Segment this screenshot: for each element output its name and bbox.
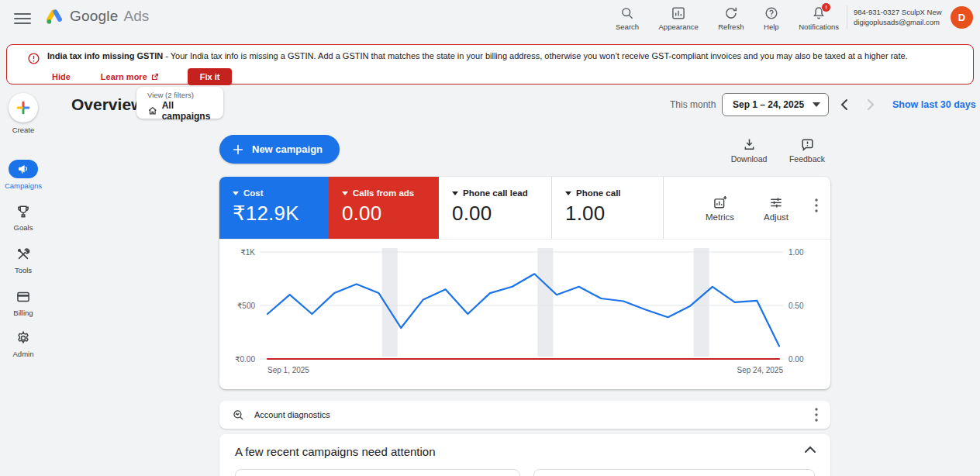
- scorecard-value: 0.00: [342, 202, 439, 226]
- top-bar: Google Ads Search Appearance Refresh H: [0, 0, 980, 36]
- menu-icon[interactable]: [14, 10, 31, 24]
- page-title: Overview: [71, 95, 143, 114]
- scorecard-value: 0.00: [452, 202, 551, 226]
- alert-icon: [27, 52, 40, 65]
- scorecard-phone-call-lead[interactable]: Phone call lead 0.00: [439, 177, 552, 239]
- show-last-30-days-link[interactable]: Show last 30 days: [892, 99, 976, 110]
- chart-toolbar: Metrics Adjust: [664, 177, 830, 239]
- banner-actions: Hide Learn more Fix it: [46, 67, 232, 85]
- metrics-icon: [713, 195, 728, 210]
- plus-icon: [232, 143, 244, 156]
- attention-title: A few recent campaigns need attention: [235, 445, 436, 458]
- filter-scope: All campaigns: [162, 100, 223, 122]
- feedback-button[interactable]: Feedback: [784, 137, 830, 164]
- account-id: 984-931-0327 SculpX New: [854, 7, 948, 17]
- performance-line-chart[interactable]: ₹1K₹500₹0.001.000.500.00Sep 1, 2025Sep 2…: [219, 240, 830, 389]
- google-ads-logo: Google Ads: [44, 6, 149, 26]
- feedback-icon: [800, 137, 815, 152]
- next-period-button[interactable]: [862, 96, 879, 113]
- sidebar-item-tools[interactable]: Tools: [0, 246, 47, 274]
- refresh-button[interactable]: Refresh: [716, 4, 745, 33]
- campaigns-megaphone-icon: [9, 160, 38, 178]
- date-scope-label: This month: [670, 99, 716, 110]
- notifications-bell-icon: !: [811, 5, 826, 21]
- scorecard-calls-from-ads[interactable]: Calls from ads 0.00: [329, 177, 439, 239]
- hide-button[interactable]: Hide: [52, 72, 71, 81]
- notifications-badge: !: [821, 2, 831, 12]
- sidebar-item-campaigns[interactable]: Campaigns: [0, 160, 47, 190]
- logo-text-google: Google: [70, 8, 118, 25]
- topbar-toolbar: Search Appearance Refresh Help ! Not: [614, 4, 840, 33]
- diagnostics-title: Account diagnostics: [254, 410, 330, 419]
- trophy-icon: [16, 203, 31, 220]
- caret-down-icon: [565, 191, 571, 195]
- svg-text:Sep 1, 2025: Sep 1, 2025: [267, 366, 309, 374]
- sidebar-item-admin[interactable]: Admin: [0, 329, 47, 358]
- metrics-button[interactable]: Metrics: [706, 195, 734, 222]
- kebab-menu-icon[interactable]: [815, 198, 818, 212]
- svg-text:Sep 24, 2025: Sep 24, 2025: [737, 366, 784, 374]
- adjust-sliders-icon: [768, 195, 784, 210]
- sidebar-item-billing[interactable]: Billing: [0, 288, 47, 317]
- svg-text:0.50: 0.50: [788, 302, 804, 310]
- avatar[interactable]: D: [951, 6, 973, 29]
- search-icon: [619, 5, 635, 21]
- download-icon: [742, 137, 757, 152]
- scorecard-value: ₹12.9K: [233, 202, 329, 226]
- filter-count: View (2 filters): [147, 91, 223, 99]
- svg-text:0.00: 0.00: [788, 355, 804, 364]
- chevron-up-icon[interactable]: [804, 445, 816, 454]
- sidebar-item-goals[interactable]: Goals: [0, 203, 47, 232]
- attention-item-card[interactable]: [533, 469, 815, 476]
- topbar-divider: [847, 5, 847, 29]
- account-email: digigoplusads@gmail.com: [854, 17, 948, 27]
- billing-card-icon: [16, 288, 31, 305]
- scorecard-value: 1.00: [565, 202, 663, 226]
- search-button[interactable]: Search: [614, 4, 640, 33]
- scorecard-row: Cost ₹12.9K Calls from ads 0.00 Phone ca…: [219, 177, 830, 240]
- svg-text:₹1K: ₹1K: [240, 248, 255, 257]
- ads-logo-icon: [44, 6, 64, 26]
- refresh-icon: [723, 5, 739, 21]
- scorecard-cost[interactable]: Cost ₹12.9K: [219, 177, 329, 239]
- adjust-button[interactable]: Adjust: [764, 195, 788, 222]
- svg-text:₹0.00: ₹0.00: [235, 355, 255, 364]
- new-campaign-button[interactable]: New campaign: [219, 135, 340, 164]
- appearance-icon: [671, 5, 686, 21]
- tools-icon: [16, 246, 31, 263]
- notifications-button[interactable]: ! Notifications: [797, 4, 840, 33]
- caret-down-icon: [452, 191, 458, 195]
- banner-title: India tax info missing GSTIN: [47, 51, 163, 60]
- banner-message: India tax info missing GSTIN - Your Indi…: [47, 51, 962, 60]
- help-button[interactable]: Help: [762, 4, 781, 33]
- create-plus-icon: [9, 93, 38, 122]
- previous-period-button[interactable]: [836, 96, 853, 113]
- gstin-warning-banner: India tax info missing GSTIN - Your Indi…: [6, 44, 974, 85]
- learn-more-link[interactable]: Learn more: [101, 72, 160, 81]
- campaigns-attention-card: A few recent campaigns need attention: [219, 434, 830, 476]
- chevron-down-icon: [813, 102, 820, 107]
- svg-text:1.00: 1.00: [788, 248, 804, 257]
- caret-down-icon: [233, 191, 239, 195]
- scorecard-phone-call[interactable]: Phone call 1.00: [552, 177, 664, 239]
- fix-it-button[interactable]: Fix it: [188, 68, 233, 85]
- campaign-filter-chip[interactable]: View (2 filters) All campaigns: [136, 87, 223, 119]
- logo-text-ads: Ads: [123, 8, 149, 25]
- overview-chart-card: Cost ₹12.9K Calls from ads 0.00 Phone ca…: [219, 177, 830, 389]
- caret-down-icon: [342, 191, 348, 195]
- kebab-menu-icon[interactable]: [815, 408, 818, 422]
- sidebar-item-create[interactable]: Create: [0, 93, 47, 134]
- download-button[interactable]: Download: [726, 137, 772, 164]
- account-info[interactable]: 984-931-0327 SculpX New digigoplusads@gm…: [854, 7, 948, 28]
- svg-text:₹500: ₹500: [237, 302, 255, 310]
- account-diagnostics-card: Account diagnostics: [219, 401, 830, 429]
- attention-item-card[interactable]: [235, 469, 520, 476]
- appearance-button[interactable]: Appearance: [657, 4, 700, 33]
- help-icon: [764, 5, 779, 21]
- gear-icon: [16, 329, 31, 347]
- external-link-icon: [150, 72, 160, 81]
- date-range-picker[interactable]: Sep 1 – 24, 2025: [722, 93, 829, 116]
- home-icon: [147, 105, 158, 116]
- diagnostics-icon: [232, 409, 245, 422]
